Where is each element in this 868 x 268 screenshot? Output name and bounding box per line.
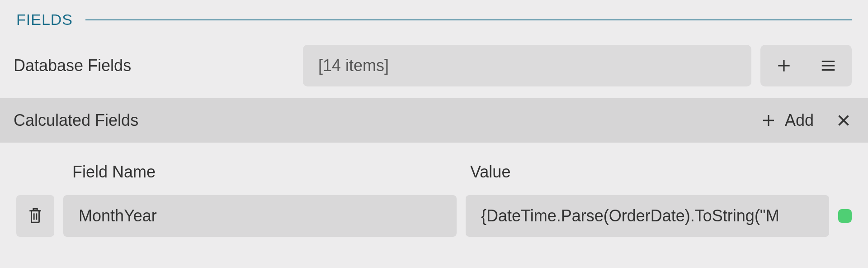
fields-section-header: FIELDS [0, 0, 868, 34]
column-header-field-name: Field Name [72, 163, 470, 182]
valid-status-indicator [838, 209, 852, 223]
database-fields-label: Database Fields [14, 56, 294, 75]
fields-section-title: FIELDS [16, 11, 73, 29]
svg-rect-10 [32, 211, 39, 223]
field-value-input[interactable]: {DateTime.Parse(OrderDate).ToString("M [466, 195, 829, 237]
field-value-text: {DateTime.Parse(OrderDate).ToString("M [481, 206, 779, 225]
calculated-fields-column-headers: Field Name Value [0, 143, 868, 195]
column-header-value: Value [470, 163, 852, 182]
close-icon [835, 112, 852, 129]
trash-icon [28, 207, 43, 225]
calculated-field-row: MonthYear {DateTime.Parse(OrderDate).ToS… [0, 195, 868, 248]
delete-field-button[interactable] [16, 195, 54, 237]
hamburger-icon [820, 57, 837, 74]
add-calculated-field-button[interactable]: Add [760, 111, 814, 130]
field-name-input[interactable]: MonthYear [63, 195, 457, 237]
close-calculated-fields-button[interactable] [835, 112, 852, 129]
database-fields-row: Database Fields [14 items] [0, 34, 868, 98]
divider-line [85, 19, 852, 20]
add-label: Add [785, 111, 814, 130]
database-fields-summary[interactable]: [14 items] [303, 45, 751, 86]
database-fields-summary-text: [14 items] [318, 56, 389, 75]
field-name-text: MonthYear [79, 206, 157, 225]
calculated-fields-label: Calculated Fields [14, 111, 760, 130]
database-fields-menu-button[interactable] [807, 45, 849, 86]
plus-icon [775, 57, 793, 74]
database-fields-actions [760, 45, 852, 86]
add-database-field-button[interactable] [763, 45, 805, 86]
calculated-fields-header: Calculated Fields Add [0, 98, 868, 143]
plus-icon [760, 112, 777, 129]
